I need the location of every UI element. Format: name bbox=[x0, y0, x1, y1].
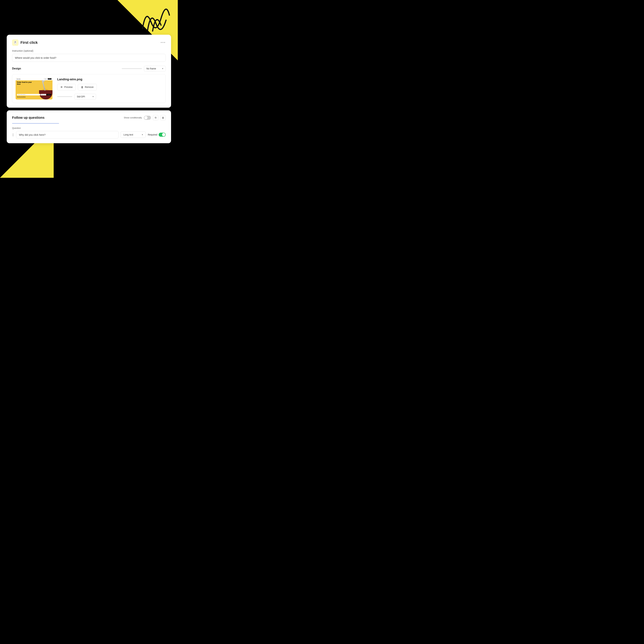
dpi-row: Std-DPI ▾ bbox=[57, 94, 162, 99]
image-actions: 👁 Preview 🗑 Remove bbox=[57, 84, 162, 90]
frame-chevron-icon: ▾ bbox=[162, 67, 163, 70]
followup-divider-line bbox=[12, 123, 59, 124]
more-options-button[interactable]: ••• bbox=[161, 41, 166, 44]
show-conditionally-toggle[interactable] bbox=[144, 116, 151, 120]
first-click-icon-badge: 🖱️ bbox=[12, 39, 18, 46]
frame-select[interactable]: No frame ▾ bbox=[144, 66, 166, 71]
ue-search-row: Enter delivery address Deliver now ▾ Fin… bbox=[17, 94, 51, 95]
ue-sign-in-text: Sign in for your recent addresses bbox=[17, 96, 25, 97]
design-section: Design No frame ▾ Uber Eats bbox=[12, 66, 166, 103]
ue-signup-btn: Sign up bbox=[48, 78, 51, 80]
card-title: First click bbox=[20, 40, 38, 45]
dpi-divider-line bbox=[57, 96, 72, 97]
preview-button[interactable]: 👁 Preview bbox=[57, 84, 76, 90]
required-label: Required bbox=[148, 133, 157, 136]
copy-button[interactable]: ⧉ bbox=[153, 115, 158, 120]
ue-location-text: Enter delivery address bbox=[19, 94, 25, 95]
question-label: Question bbox=[12, 127, 166, 129]
ue-hero-text: Order food to your door bbox=[17, 81, 32, 85]
uber-eats-preview: Uber Eats Log in Sign up Order food to y… bbox=[16, 78, 52, 99]
remove-label: Remove bbox=[85, 86, 94, 88]
frame-select-label: No frame bbox=[146, 67, 156, 70]
delete-icon: 🗑 bbox=[162, 116, 164, 119]
ue-logo: Uber Eats bbox=[17, 78, 20, 79]
show-conditionally-label: Show conditionally bbox=[124, 116, 142, 119]
dpi-select-label: Std-DPI bbox=[77, 95, 85, 98]
ue-deliver-now: Deliver now ▾ bbox=[41, 94, 46, 95]
remove-button[interactable]: 🗑 Remove bbox=[78, 84, 97, 90]
type-chevron-icon: ▾ bbox=[142, 133, 143, 136]
main-container: 🖱️ First click ••• Instruction (optional… bbox=[7, 35, 171, 143]
dpi-chevron-icon: ▾ bbox=[93, 95, 94, 98]
food-decoration bbox=[33, 79, 52, 99]
toggle-knob bbox=[144, 116, 148, 119]
title-group: 🖱️ First click bbox=[12, 39, 38, 46]
followup-header: Follow up questions Show conditionally ⧉… bbox=[12, 115, 166, 120]
first-click-card: 🖱️ First click ••• Instruction (optional… bbox=[7, 35, 171, 108]
followup-controls: Show conditionally ⧉ 🗑 bbox=[124, 115, 166, 120]
design-divider-line bbox=[122, 68, 142, 69]
followup-card: Follow up questions Show conditionally ⧉… bbox=[7, 110, 171, 143]
delete-button[interactable]: 🗑 bbox=[160, 115, 166, 120]
type-select-label: Long text bbox=[123, 133, 133, 136]
drag-handle-icon[interactable]: ⣿ bbox=[12, 133, 14, 136]
required-toggle-knob bbox=[162, 133, 165, 136]
ue-nav: Uber Eats Log in Sign up bbox=[16, 78, 52, 80]
image-info: Landing-wire.png 👁 Preview 🗑 Remove bbox=[57, 78, 162, 99]
image-filename: Landing-wire.png bbox=[57, 78, 162, 81]
ue-find-food: Find Food bbox=[46, 94, 51, 95]
question-row: ⣿ Long text ▾ Required bbox=[12, 131, 166, 139]
design-controls: No frame ▾ bbox=[122, 66, 166, 71]
ue-location-input: Enter delivery address bbox=[17, 94, 40, 95]
instruction-label: Instruction (optional) bbox=[12, 49, 166, 52]
design-title: Design bbox=[12, 67, 21, 70]
image-preview-thumbnail: Uber Eats Log in Sign up Order food to y… bbox=[16, 78, 52, 99]
required-toggle[interactable] bbox=[159, 133, 166, 137]
eye-icon: 👁 bbox=[60, 86, 63, 89]
ue-location-dot bbox=[18, 94, 18, 95]
followup-title: Follow up questions bbox=[12, 116, 44, 120]
copy-icon: ⧉ bbox=[155, 116, 156, 119]
cursor-icon: 🖱️ bbox=[13, 41, 17, 44]
preview-label: Preview bbox=[64, 86, 73, 88]
instruction-input[interactable] bbox=[12, 54, 166, 62]
dpi-select[interactable]: Std-DPI ▾ bbox=[74, 94, 96, 99]
card-header: 🖱️ First click ••• bbox=[12, 39, 166, 46]
trash-icon: 🗑 bbox=[81, 86, 84, 89]
design-header: Design No frame ▾ bbox=[12, 66, 166, 71]
ue-headline: Order food to your door bbox=[17, 81, 32, 85]
question-input[interactable] bbox=[16, 131, 119, 139]
required-group: Required bbox=[148, 133, 166, 137]
scribble-decoration bbox=[139, 5, 173, 32]
image-card: Uber Eats Log in Sign up Order food to y… bbox=[12, 74, 166, 103]
ue-nav-buttons: Log in Sign up bbox=[44, 78, 51, 80]
question-type-select[interactable]: Long text ▾ bbox=[121, 131, 146, 138]
ue-login-btn: Log in bbox=[44, 78, 47, 80]
